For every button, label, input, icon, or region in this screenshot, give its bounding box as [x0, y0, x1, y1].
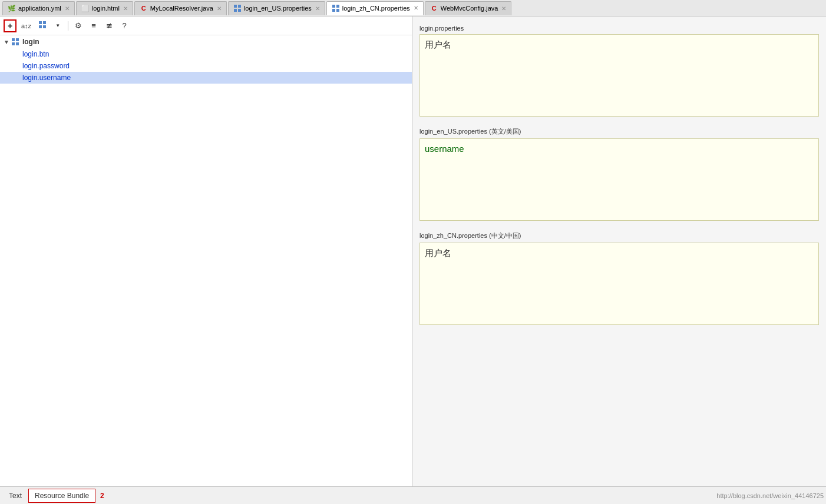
bundle-icon [38, 21, 47, 31]
tree-root-label: login [22, 38, 39, 46]
align-icon: ≡ [91, 21, 96, 30]
bundle-value-en-us: username [425, 144, 814, 154]
tab-login-zh-cn[interactable]: login_zh_CN.properties ✕ [326, 1, 424, 15]
svg-rect-11 [43, 25, 46, 28]
svg-rect-4 [332, 5, 335, 8]
svg-rect-0 [234, 5, 237, 8]
tab-login-en-us[interactable]: login_en_US.properties ✕ [228, 1, 325, 15]
align-button[interactable]: ≡ [87, 19, 100, 32]
tree-area: ▼ login login.btn login.password [0, 35, 412, 486]
bundle-editor-zh-cn[interactable]: 用户名 [419, 243, 819, 325]
bundle-value-zh-cn: 用户名 [425, 248, 814, 259]
prop-icon-2 [332, 4, 340, 12]
tab-webmvc-java[interactable]: C WebMvcConfig.java ✕ [425, 1, 512, 15]
tab-close-login-zh-cn[interactable]: ✕ [414, 5, 418, 11]
main-content: + a↕z ▼ ⚙ ≡ ≢ ? [0, 16, 826, 486]
svg-rect-2 [234, 9, 237, 12]
tab-close-webmvc-java[interactable]: ✕ [501, 5, 506, 12]
tree-item-label-login-username: login.username [22, 74, 71, 82]
svg-rect-10 [39, 25, 42, 28]
align2-icon: ≢ [106, 21, 113, 30]
tree-item-label-login-password: login.password [22, 62, 70, 70]
html-icon: ⬜ [81, 4, 90, 12]
status-bar: Text Resource Bundle 2 http://blog.csdn.… [0, 486, 826, 504]
svg-rect-9 [43, 21, 46, 24]
tree-item-label-login-btn: login.btn [22, 50, 49, 58]
svg-rect-1 [238, 5, 241, 8]
bundle-section-en-us: login_en_US.properties (英文/美国) username [412, 124, 826, 221]
chevron-down-icon: ▼ [4, 39, 9, 45]
tab-close-login-en-us[interactable]: ✕ [315, 5, 320, 12]
svg-rect-7 [336, 9, 339, 12]
right-top-gap [412, 16, 826, 21]
bundle-section-default: login.properties 用户名 [412, 21, 826, 117]
bundle-value-default: 用户名 [425, 39, 814, 51]
tab-label-webmvc-java: WebMvcConfig.java [441, 5, 498, 12]
bundle-section-label-en-us: login_en_US.properties (英文/美国) [412, 124, 826, 138]
bundle-section-zh-cn: login_zh_CN.properties (中文/中国) 用户名 [412, 228, 826, 325]
sort-icon: a↕z [21, 22, 31, 29]
yml-icon: 🌿 [8, 4, 16, 12]
bundle-section-label-zh-cn: login_zh_CN.properties (中文/中国) [412, 228, 826, 243]
java-c-icon-2: C [430, 4, 438, 12]
tab-label-login-html: login.html [92, 5, 120, 12]
align2-button[interactable]: ≢ [103, 19, 115, 32]
status-badge: 2 [100, 492, 104, 500]
tree-item-login-username[interactable]: login.username [0, 72, 412, 84]
svg-rect-3 [238, 9, 241, 12]
gear-icon: ⚙ [75, 21, 82, 30]
tab-label-application-yml: application.yml [18, 5, 61, 12]
help-icon: ? [123, 21, 127, 30]
tree-item-login-password[interactable]: login.password [0, 60, 412, 72]
tab-login-html[interactable]: ⬜ login.html ✕ [76, 1, 133, 15]
tab-bar: 🌿 application.yml ✕ ⬜ login.html ✕ C MyL… [0, 0, 826, 16]
bundle-view-button[interactable] [36, 19, 49, 32]
bundle-editor-en-us[interactable]: username [419, 138, 819, 221]
tree-item-login-btn[interactable]: login.btn [0, 48, 412, 60]
toolbar: + a↕z ▼ ⚙ ≡ ≢ ? [0, 16, 412, 35]
status-tab-text-label: Text [9, 492, 22, 500]
status-tab-text[interactable]: Text [2, 489, 28, 503]
tab-application-yml[interactable]: 🌿 application.yml ✕ [2, 1, 75, 15]
bundle-section-label-default: login.properties [412, 21, 826, 34]
add-button[interactable]: + [4, 19, 16, 32]
toolbar-separator-1 [68, 21, 68, 31]
svg-rect-8 [39, 21, 42, 24]
bundle-editor-default[interactable]: 用户名 [419, 34, 819, 117]
svg-rect-14 [12, 42, 15, 45]
tab-close-mylocal-java[interactable]: ✕ [217, 5, 222, 12]
sort-alpha-button[interactable]: a↕z [19, 19, 34, 32]
svg-rect-13 [16, 38, 19, 41]
status-tab-resource-bundle-label: Resource Bundle [35, 492, 89, 500]
settings-button[interactable]: ⚙ [72, 19, 85, 32]
svg-rect-12 [12, 38, 15, 41]
tab-label-login-zh-cn: login_zh_CN.properties [342, 5, 410, 12]
java-c-icon-1: C [140, 4, 148, 12]
prop-icon-1 [233, 4, 242, 12]
status-url: http://blog.csdn.net/weixin_44146725 [716, 492, 824, 499]
tab-mylocal-java[interactable]: C MyLocalResolver.java ✕ [134, 1, 227, 15]
help-button[interactable]: ? [118, 19, 131, 32]
tree-root-login[interactable]: ▼ login [0, 35, 412, 48]
svg-rect-5 [336, 5, 339, 8]
right-panel: login.properties 用户名 login_en_US.propert… [412, 16, 826, 486]
left-panel: + a↕z ▼ ⚙ ≡ ≢ ? [0, 16, 412, 486]
properties-file-icon [11, 37, 20, 47]
plus-icon: + [8, 21, 12, 31]
dropdown-arrow-button[interactable]: ▼ [51, 19, 64, 32]
status-tab-resource-bundle[interactable]: Resource Bundle [28, 489, 95, 503]
svg-rect-6 [332, 9, 335, 12]
dropdown-icon: ▼ [55, 23, 60, 28]
tab-close-login-html[interactable]: ✕ [123, 5, 128, 12]
tab-label-mylocal-java: MyLocalResolver.java [150, 5, 213, 12]
svg-rect-15 [16, 42, 19, 45]
tab-close-application-yml[interactable]: ✕ [65, 5, 70, 12]
tab-label-login-en-us: login_en_US.properties [244, 5, 312, 12]
